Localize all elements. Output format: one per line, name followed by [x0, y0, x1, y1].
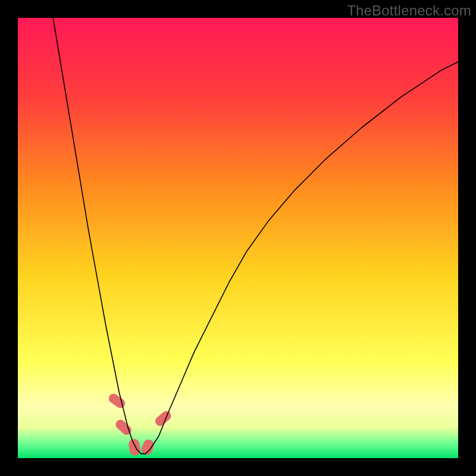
watermark-text: TheBottleneck.com	[347, 2, 471, 19]
chart-svg	[18, 18, 458, 458]
plot-area	[18, 18, 458, 458]
gradient-background	[18, 18, 458, 458]
chart-frame: TheBottleneck.com	[0, 0, 476, 476]
